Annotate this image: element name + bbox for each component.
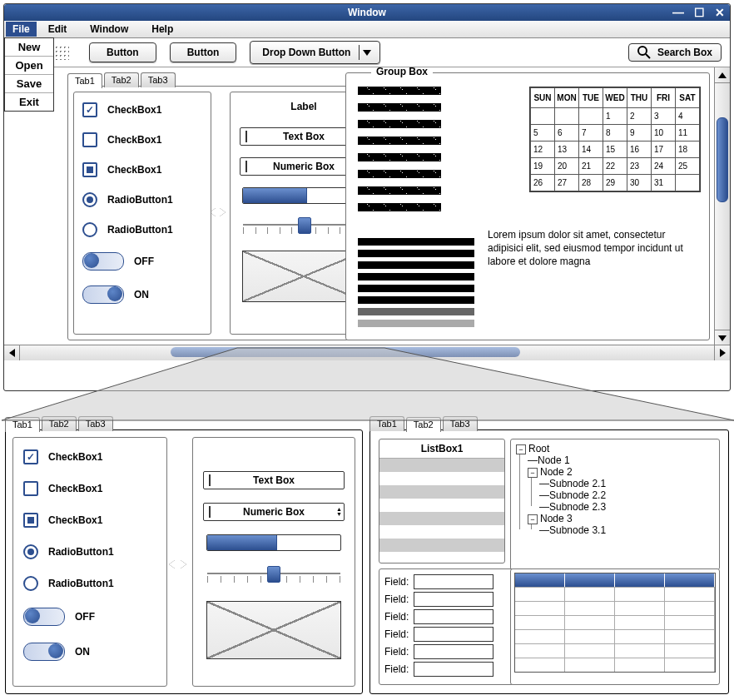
slider-handle[interactable]	[298, 217, 311, 234]
calendar-day[interactable]: 4	[676, 108, 700, 125]
calendar-day[interactable]: 25	[676, 158, 700, 175]
toggle-on[interactable]	[82, 285, 124, 304]
z-toggle-on[interactable]	[23, 643, 65, 661]
tab-2[interactable]: Tab2	[104, 72, 139, 87]
tree-subnode-2-2[interactable]: Subnode 2.2	[549, 489, 606, 501]
calendar-day[interactable]: 16	[627, 141, 652, 158]
zoom-tab-3[interactable]: Tab3	[78, 416, 113, 431]
calendar-day[interactable]: 21	[579, 158, 603, 175]
calendar-day[interactable]: 19	[531, 158, 555, 175]
list-box[interactable]: ListBox1	[379, 439, 505, 563]
calendar-day[interactable]: 20	[555, 158, 579, 175]
z-checkbox-3[interactable]	[23, 513, 38, 528]
calendar-day[interactable]	[555, 108, 579, 125]
toolbar-dropdown-button[interactable]: Drop Down Button	[250, 41, 380, 64]
menu-file[interactable]: File	[6, 22, 37, 37]
scroll-left-icon[interactable]	[4, 345, 20, 360]
tree-subnode-2-3[interactable]: Subnode 2.3	[549, 501, 606, 513]
data-grid[interactable]	[514, 573, 716, 673]
calendar-day[interactable]: 15	[603, 141, 627, 158]
vertical-scrollbar[interactable]	[714, 67, 730, 345]
tree-subnode-2-1[interactable]: Subnode 2.1	[549, 478, 606, 489]
collapse-icon[interactable]: −	[528, 514, 538, 524]
tree-subnode-3-1[interactable]: Subnode 3.1	[549, 524, 606, 536]
radio-2[interactable]	[82, 222, 97, 237]
zoom-tab-2[interactable]: Tab2	[42, 416, 77, 431]
zoom-tab-1[interactable]: Tab1	[5, 417, 40, 432]
scroll-down-icon[interactable]	[715, 330, 730, 345]
calendar-day[interactable]: 31	[652, 175, 676, 191]
calendar-day[interactable]: 7	[579, 125, 603, 141]
toggle-off[interactable]	[82, 252, 124, 271]
file-exit[interactable]: Exit	[5, 93, 53, 111]
calendar-day[interactable]: 29	[603, 175, 627, 191]
z-slider[interactable]	[207, 564, 340, 588]
calendar-day[interactable]: 14	[579, 141, 603, 158]
calendar-day[interactable]: 24	[652, 158, 676, 175]
field-input-5[interactable]	[414, 644, 493, 659]
file-new[interactable]: New	[5, 38, 53, 57]
file-save[interactable]: Save	[5, 75, 53, 93]
calendar-day[interactable]: 12	[531, 141, 555, 158]
calendar-day[interactable]: 30	[627, 175, 652, 191]
toolbar-grip-icon[interactable]	[54, 45, 69, 60]
z2-tab-2[interactable]: Tab2	[406, 417, 441, 432]
z-radio-1[interactable]	[23, 544, 38, 559]
calendar-day[interactable]: 9	[627, 125, 652, 141]
calendar-day[interactable]: 26	[531, 175, 555, 191]
file-open[interactable]: Open	[5, 57, 53, 75]
toolbar-button-2[interactable]: Button	[170, 42, 237, 62]
calendar-day[interactable]: 3	[652, 108, 676, 125]
scroll-right-icon[interactable]	[714, 345, 730, 360]
calendar-day[interactable]	[579, 108, 603, 125]
field-input-2[interactable]	[414, 592, 493, 607]
calendar[interactable]: SUNMONTUEWEDTHUFRISAT1234567891011121314…	[529, 87, 701, 192]
z-radio-2[interactable]	[23, 576, 38, 591]
scroll-up-icon[interactable]	[715, 67, 730, 83]
field-input-4[interactable]	[414, 627, 493, 642]
z-checkbox-2[interactable]	[23, 481, 38, 496]
horizontal-scrollbar[interactable]	[4, 345, 730, 360]
calendar-day[interactable]: 1	[603, 108, 627, 125]
calendar-day[interactable]: 18	[676, 141, 700, 158]
checkbox-2[interactable]	[82, 132, 97, 147]
title-bar[interactable]: Window — ☐ ✕	[4, 4, 730, 21]
calendar-day[interactable]: 11	[676, 125, 700, 141]
z2-tab-3[interactable]: Tab3	[443, 416, 478, 431]
calendar-day[interactable]	[531, 108, 555, 125]
calendar-day[interactable]: 22	[603, 158, 627, 175]
tab-1[interactable]: Tab1	[67, 73, 102, 88]
menu-window[interactable]: Window	[78, 22, 140, 37]
calendar-day[interactable]: 28	[579, 175, 603, 191]
z-text-box[interactable]: Text Box	[203, 471, 345, 489]
z-numeric-box[interactable]: Numeric Box▲▼	[203, 503, 345, 521]
menu-edit[interactable]: Edit	[37, 22, 79, 37]
calendar-day[interactable]: 8	[603, 125, 627, 141]
close-icon[interactable]: ✕	[715, 6, 725, 19]
calendar-day[interactable]: 6	[555, 125, 579, 141]
calendar-day[interactable]: 2	[627, 108, 652, 125]
minimize-icon[interactable]: —	[672, 6, 684, 19]
search-box[interactable]: Search Box	[628, 43, 722, 62]
field-input-1[interactable]	[414, 574, 493, 589]
field-input-6[interactable]	[414, 662, 493, 677]
z-nav-right-icon[interactable]	[181, 559, 186, 571]
h-scroll-thumb[interactable]	[171, 347, 520, 357]
tab-3[interactable]: Tab3	[141, 72, 176, 87]
v-scroll-thumb[interactable]	[717, 117, 728, 202]
checkbox-1[interactable]	[82, 102, 97, 117]
checkbox-3[interactable]	[82, 162, 97, 177]
nav-right-icon[interactable]	[220, 207, 226, 219]
calendar-day[interactable]: 27	[555, 175, 579, 191]
calendar-day[interactable]: 13	[555, 141, 579, 158]
toolbar-button-1[interactable]: Button	[89, 42, 156, 62]
tree-node-3[interactable]: Node 3	[540, 513, 573, 524]
z-nav-left-icon[interactable]	[169, 559, 175, 571]
tree-root[interactable]: Root	[528, 443, 549, 454]
calendar-day[interactable]: 23	[627, 158, 652, 175]
calendar-day[interactable]: 10	[652, 125, 676, 141]
radio-1[interactable]	[82, 192, 97, 207]
z-checkbox-1[interactable]	[23, 449, 38, 464]
tree-node-1[interactable]: Node 1	[538, 454, 570, 466]
z-toggle-off[interactable]	[23, 608, 65, 626]
